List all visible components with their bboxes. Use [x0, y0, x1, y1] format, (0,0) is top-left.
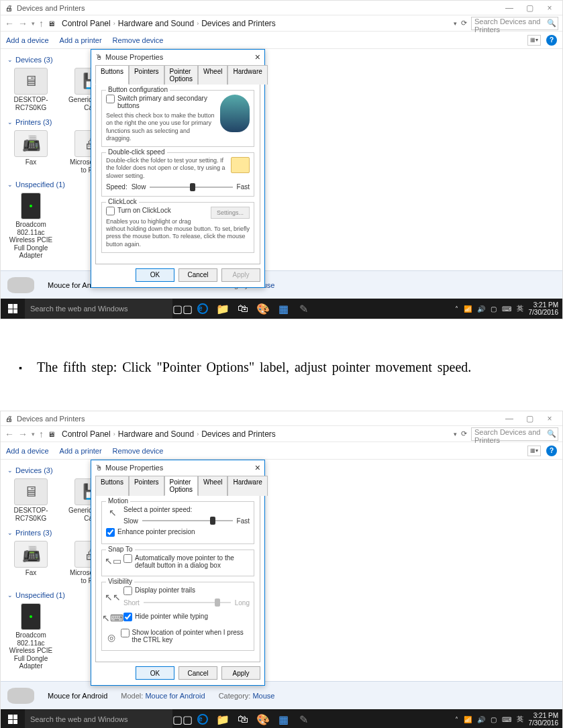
recent-dropdown[interactable]: ▾: [32, 431, 35, 437]
minimize-button[interactable]: —: [499, 3, 519, 13]
enhance-precision-checkbox[interactable]: Enhance pointer precision: [106, 528, 250, 537]
app-button-1[interactable]: 🎨: [253, 299, 273, 319]
breadcrumb[interactable]: Control Panel › Hardware and Sound › Dev…: [59, 19, 450, 28]
forward-button[interactable]: →: [18, 18, 28, 29]
notification-icon[interactable]: ▢: [491, 305, 497, 313]
printer-item-fax[interactable]: 📠 Fax: [7, 130, 54, 174]
hide-while-typing-checkbox[interactable]: Hide pointer while typing: [123, 613, 208, 621]
device-item-desktop[interactable]: 🖥DESKTOP-RC7S0KG: [7, 478, 54, 522]
start-button[interactable]: [1, 709, 25, 728]
close-button[interactable]: ×: [540, 414, 560, 423]
app-button-3[interactable]: ✎: [293, 709, 313, 728]
clicklock-settings-button[interactable]: Settings...: [211, 207, 250, 219]
file-explorer-button[interactable]: 📁: [213, 299, 233, 319]
help-button[interactable]: ?: [546, 35, 557, 46]
start-button[interactable]: [1, 299, 25, 319]
app-button-1[interactable]: 🎨: [253, 709, 273, 728]
breadcrumb-a[interactable]: Control Panel: [62, 19, 111, 28]
breadcrumb[interactable]: Control Panel › Hardware and Sound › Dev…: [59, 429, 450, 439]
search-input[interactable]: Search Devices and Printers 🔍: [471, 427, 558, 441]
device-item-desktop[interactable]: 🖥 DESKTOP-RC7S0KG: [7, 68, 54, 111]
devices-category-header[interactable]: ⌄Devices (3): [7, 56, 556, 64]
back-button[interactable]: ←: [5, 18, 14, 29]
tab-wheel[interactable]: Wheel: [198, 65, 227, 85]
breadcrumb-b[interactable]: Hardware and Sound: [118, 429, 194, 439]
remove-device-link[interactable]: Remove device: [113, 447, 164, 455]
add-printer-link[interactable]: Add a printer: [60, 447, 102, 455]
snap-to-checkbox[interactable]: Automatically move pointer to the defaul…: [123, 554, 250, 569]
notification-icon[interactable]: ▢: [491, 716, 497, 723]
search-input[interactable]: Search Devices and Printers 🔍: [471, 17, 558, 30]
ok-button[interactable]: OK: [136, 666, 174, 680]
tab-buttons[interactable]: Buttons: [95, 476, 129, 496]
breadcrumb-b[interactable]: Hardware and Sound: [118, 19, 194, 28]
clock[interactable]: 3:21 PM 7/30/2016: [529, 301, 559, 316]
breadcrumb-c[interactable]: Devices and Printers: [201, 19, 276, 28]
recent-dropdown[interactable]: ▾: [32, 20, 35, 27]
remove-device-link[interactable]: Remove device: [113, 36, 164, 44]
task-view-button[interactable]: ▢▢: [172, 299, 193, 319]
dialog-close-button[interactable]: ×: [255, 52, 260, 62]
unspecified-category-header[interactable]: ⌄Unspecified (1): [7, 180, 556, 189]
tray-chevron-icon[interactable]: ˄: [455, 716, 458, 723]
app-button-2[interactable]: ▦: [273, 709, 293, 728]
file-explorer-button[interactable]: 📁: [213, 709, 233, 728]
edge-button[interactable]: e: [193, 299, 213, 319]
turn-on-clicklock-checkbox[interactable]: Turn on ClickLock: [106, 207, 211, 215]
add-printer-link[interactable]: Add a printer: [60, 36, 102, 44]
tab-buttons[interactable]: Buttons: [95, 65, 129, 85]
dblclick-speed-slider[interactable]: [150, 183, 232, 192]
refresh-button[interactable]: ⟳: [461, 19, 467, 28]
unspecified-item-dongle[interactable]: Broadcom 802.11ac Wireless PCIE Full Don…: [7, 603, 54, 670]
keyboard-icon[interactable]: ⌨: [502, 716, 511, 723]
up-button[interactable]: ↑: [39, 18, 44, 29]
breadcrumb-a[interactable]: Control Panel: [62, 429, 111, 439]
view-options-button[interactable]: ▦▾: [527, 35, 541, 46]
store-button[interactable]: 🛍: [233, 299, 253, 319]
pointer-speed-slider[interactable]: [142, 516, 233, 525]
keyboard-icon[interactable]: ⌨: [502, 305, 511, 313]
forward-button[interactable]: →: [18, 429, 28, 439]
tab-hardware[interactable]: Hardware: [227, 476, 267, 496]
edge-button[interactable]: e: [193, 709, 213, 728]
search-icon[interactable]: 🔍: [547, 429, 556, 438]
switch-primary-checkbox[interactable]: Switch primary and secondary buttons: [106, 95, 216, 109]
tab-pointer-options[interactable]: Pointer Options: [164, 65, 198, 85]
task-view-button[interactable]: ▢▢: [172, 709, 193, 728]
back-button[interactable]: ←: [5, 429, 14, 439]
app-button-2[interactable]: ▦: [273, 299, 293, 319]
printers-category-header[interactable]: ⌄Printers (3): [7, 118, 556, 126]
dialog-close-button[interactable]: ×: [255, 462, 260, 473]
printers-category-header[interactable]: ⌄Printers (3): [7, 529, 556, 537]
store-button[interactable]: 🛍: [233, 709, 253, 728]
breadcrumb-c[interactable]: Devices and Printers: [201, 429, 276, 439]
volume-icon[interactable]: 🔊: [477, 716, 485, 723]
show-ctrl-location-checkbox[interactable]: Show location of pointer when I press th…: [121, 629, 250, 643]
cancel-button[interactable]: Cancel: [178, 268, 217, 282]
address-dropdown[interactable]: ▾: [454, 431, 457, 437]
view-options-button[interactable]: ▦▾: [527, 446, 541, 456]
ime-button[interactable]: 英: [517, 304, 523, 313]
taskbar-search-input[interactable]: Search the web and Windows: [25, 709, 172, 728]
taskbar-search-input[interactable]: Search the web and Windows: [25, 299, 172, 319]
tab-pointer-options[interactable]: Pointer Options: [164, 476, 198, 496]
tab-pointers[interactable]: Pointers: [129, 65, 164, 85]
up-button[interactable]: ↑: [39, 429, 44, 439]
tab-hardware[interactable]: Hardware: [227, 65, 267, 85]
volume-icon[interactable]: 🔊: [477, 305, 485, 313]
apply-button[interactable]: Apply: [221, 268, 260, 282]
tray-chevron-icon[interactable]: ˄: [455, 305, 458, 313]
address-dropdown[interactable]: ▾: [454, 20, 457, 27]
wifi-icon[interactable]: 📶: [464, 716, 472, 723]
devices-category-header[interactable]: ⌄Devices (3): [7, 466, 556, 474]
wifi-icon[interactable]: 📶: [464, 305, 472, 313]
refresh-button[interactable]: ⟳: [461, 429, 467, 438]
help-button[interactable]: ?: [546, 446, 557, 456]
add-device-link[interactable]: Add a device: [6, 447, 49, 455]
minimize-button[interactable]: —: [499, 414, 519, 423]
display-trails-checkbox[interactable]: Display pointer trails: [123, 586, 250, 595]
test-folder-icon[interactable]: [231, 157, 250, 173]
maximize-button[interactable]: ▢: [519, 414, 540, 423]
add-device-link[interactable]: Add a device: [6, 36, 49, 44]
ime-button[interactable]: 英: [517, 715, 523, 724]
